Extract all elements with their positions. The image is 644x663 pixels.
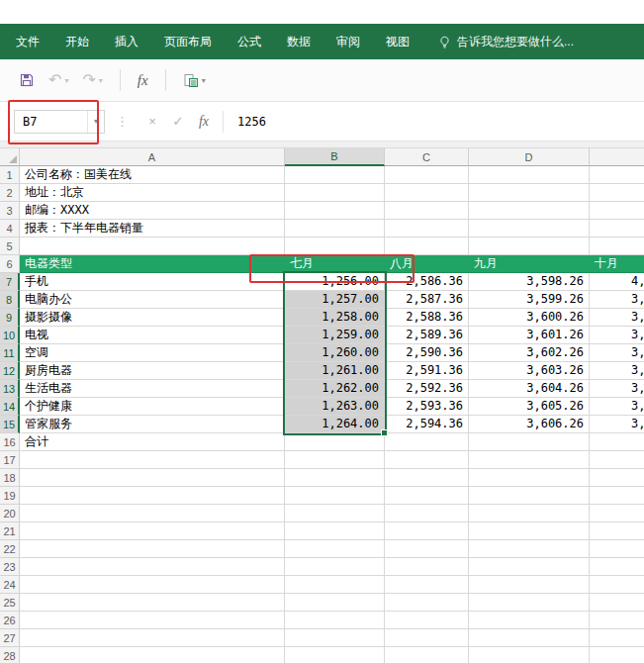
cell-E23[interactable] (590, 558, 644, 576)
cell-A11[interactable]: 空调 (20, 344, 285, 362)
cell-E27[interactable] (590, 629, 644, 647)
cell-E26[interactable] (590, 612, 644, 629)
cell-B14[interactable]: 1,263.00 (285, 398, 385, 416)
cell-B22[interactable] (285, 540, 385, 558)
cell-A13[interactable]: 生活电器 (20, 380, 285, 398)
cell-C17[interactable] (385, 451, 469, 469)
row-header-15[interactable]: 15 (0, 416, 20, 433)
cell-D7[interactable]: 3,598.26 (469, 273, 590, 291)
cell-C6[interactable]: 八月 (385, 255, 469, 273)
cell-E12[interactable]: 3, (590, 362, 644, 380)
cell-E24[interactable] (590, 576, 644, 594)
cell-D24[interactable] (469, 576, 590, 594)
cell-A12[interactable]: 厨房电器 (20, 362, 285, 380)
cell-A21[interactable] (20, 522, 285, 540)
cell-B3[interactable] (285, 202, 385, 220)
cell-B24[interactable] (285, 576, 385, 594)
cell-C19[interactable] (385, 487, 469, 505)
cell-D8[interactable]: 3,599.26 (469, 291, 590, 309)
cell-A16[interactable]: 合计 (20, 433, 285, 451)
cell-B23[interactable] (285, 558, 385, 576)
cell-A1[interactable]: 公司名称：国美在线 (20, 166, 285, 184)
insert-function-button[interactable]: fx (131, 66, 155, 94)
cell-B18[interactable] (285, 469, 385, 487)
save-button[interactable] (12, 66, 42, 94)
row-header-12[interactable]: 12 (0, 362, 20, 380)
cell-B7[interactable]: 1,256.00 (285, 273, 385, 291)
row-header-10[interactable]: 10 (0, 327, 20, 344)
cell-B19[interactable] (285, 487, 385, 505)
cell-A6[interactable]: 电器类型 (20, 255, 285, 273)
name-box[interactable]: B7 ▾ (14, 110, 105, 134)
cell-E3[interactable] (590, 202, 644, 220)
cell-C10[interactable]: 2,589.36 (385, 327, 469, 344)
cell-D27[interactable] (469, 629, 590, 647)
cell-E19[interactable] (590, 487, 644, 505)
cell-C13[interactable]: 2,592.36 (385, 380, 469, 398)
cell-E9[interactable]: 3, (590, 309, 644, 327)
cell-B28[interactable] (285, 647, 385, 663)
row-header-9[interactable]: 9 (0, 309, 20, 327)
tab-data[interactable]: 数据 (274, 24, 323, 59)
cell-E10[interactable]: 3, (590, 327, 644, 344)
cell-D5[interactable] (469, 237, 590, 255)
cell-E6[interactable]: 十月 (590, 255, 644, 273)
cell-A7[interactable]: 手机 (20, 273, 285, 291)
cell-A15[interactable]: 管家服务 (20, 416, 285, 433)
cell-D26[interactable] (469, 612, 590, 629)
cell-A8[interactable]: 电脑办公 (20, 291, 285, 309)
cell-C1[interactable] (385, 166, 469, 184)
cell-C21[interactable] (385, 522, 469, 540)
row-header-21[interactable]: 21 (0, 522, 20, 540)
row-header-26[interactable]: 26 (0, 612, 20, 629)
cell-E21[interactable] (590, 522, 644, 540)
cell-C27[interactable] (385, 629, 469, 647)
cell-E18[interactable] (590, 469, 644, 487)
paste-button[interactable]: ▾ (176, 66, 213, 94)
cell-A5[interactable] (20, 237, 285, 255)
cell-B10[interactable]: 1,259.00 (285, 327, 385, 344)
cell-B27[interactable] (285, 629, 385, 647)
cell-D4[interactable] (469, 220, 590, 237)
cell-E4[interactable] (590, 220, 644, 237)
tab-home[interactable]: 开始 (52, 24, 102, 59)
cell-A18[interactable] (20, 469, 285, 487)
cell-C24[interactable] (385, 576, 469, 594)
cell-A28[interactable] (20, 647, 285, 663)
cell-E25[interactable] (590, 594, 644, 612)
cell-C11[interactable]: 2,590.36 (385, 344, 469, 362)
insert-function-icon[interactable]: fx (191, 114, 217, 130)
cell-D15[interactable]: 3,606.26 (469, 416, 590, 433)
cell-C12[interactable]: 2,591.36 (385, 362, 469, 380)
cell-E1[interactable] (590, 166, 644, 184)
cell-C3[interactable] (385, 202, 469, 220)
cell-D19[interactable] (469, 487, 590, 505)
cell-E17[interactable] (590, 451, 644, 469)
cell-D21[interactable] (469, 522, 590, 540)
tab-view[interactable]: 视图 (373, 24, 422, 59)
cell-A19[interactable] (20, 487, 285, 505)
cell-D2[interactable] (469, 184, 590, 202)
cell-E13[interactable]: 3, (590, 380, 644, 398)
cell-D12[interactable]: 3,603.26 (469, 362, 590, 380)
cell-E5[interactable] (590, 237, 644, 255)
cell-D22[interactable] (469, 540, 590, 558)
cell-B9[interactable]: 1,258.00 (285, 309, 385, 327)
row-header-19[interactable]: 19 (0, 487, 20, 505)
cell-A4[interactable]: 报表：下半年电器销量 (20, 220, 285, 237)
cell-E28[interactable] (590, 647, 644, 663)
row-header-17[interactable]: 17 (0, 451, 20, 469)
cell-C8[interactable]: 2,587.36 (385, 291, 469, 309)
cell-A26[interactable] (20, 612, 285, 629)
cell-D18[interactable] (469, 469, 590, 487)
cell-E22[interactable] (590, 540, 644, 558)
column-header-C[interactable]: C (385, 148, 469, 166)
cell-E2[interactable] (590, 184, 644, 202)
cell-D14[interactable]: 3,605.26 (469, 398, 590, 416)
cell-C18[interactable] (385, 469, 469, 487)
cell-B11[interactable]: 1,260.00 (285, 344, 385, 362)
tab-insert[interactable]: 插入 (102, 24, 151, 59)
cell-D10[interactable]: 3,601.26 (469, 327, 590, 344)
row-header-1[interactable]: 1 (0, 166, 20, 184)
cell-C4[interactable] (385, 220, 469, 237)
